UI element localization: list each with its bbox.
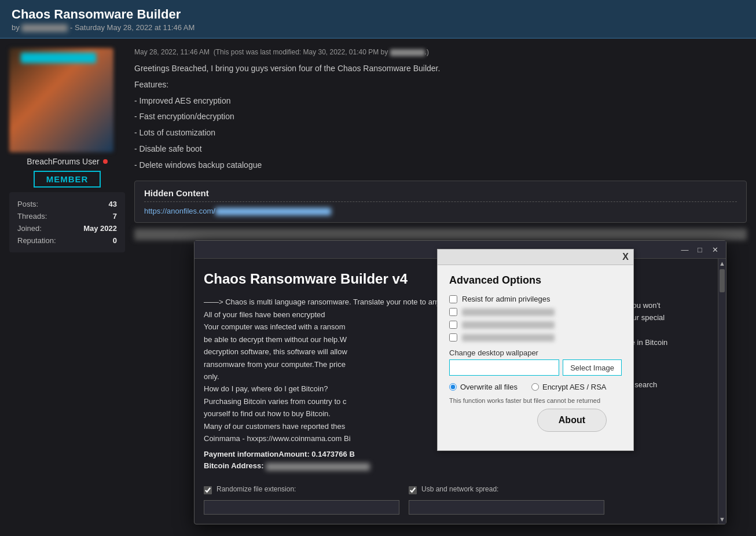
- adv-option2-checkbox[interactable]: [449, 308, 457, 316]
- posts-value: 43: [109, 200, 117, 208]
- radio-overwrite: Overwrite all files: [449, 383, 518, 391]
- header-subtitle: by - Saturday May 28, 2022 at 11:46 AM: [12, 23, 744, 32]
- main-content: BreachForums User MEMBER Posts: 43 Threa…: [0, 39, 756, 252]
- greeting-line: Greetings Breached, I bring you guys ver…: [134, 62, 747, 76]
- randomize-input[interactable]: encrypted: [204, 500, 399, 515]
- wallpaper-row: Select Image: [449, 359, 622, 376]
- features-label: Features:: [134, 78, 747, 92]
- avatar-overlay: [21, 53, 96, 63]
- stat-posts: Posts: 43: [17, 198, 117, 210]
- randomize-group: Randomize file extension: encrypted: [204, 480, 399, 515]
- bitcoin-address-label: Bitcoin Address:: [204, 461, 264, 470]
- page-title: Chaos Ransomware Builder: [12, 7, 744, 22]
- wallpaper-section: Change desktop wallpaper Select Image: [449, 348, 622, 376]
- feature-3: - Lots of customization: [134, 126, 747, 140]
- scrollbar-thumb[interactable]: [720, 269, 725, 292]
- adv-option1-label: Resist for admin privileges: [462, 295, 550, 303]
- hidden-link[interactable]: https://anonfiles.com/: [144, 207, 737, 215]
- reputation-value: 0: [113, 236, 117, 245]
- adv-option4-checkbox[interactable]: [449, 333, 457, 342]
- joined-label: Joined:: [17, 224, 42, 233]
- wallpaper-input[interactable]: [449, 359, 559, 376]
- adv-option1-row: Resist for admin privileges: [449, 295, 622, 303]
- post-modified-label: (This post was last modified: May 30, 20…: [214, 48, 388, 56]
- post-date: - Saturday May 28, 2022 at 11:46 AM: [70, 23, 194, 32]
- adv-option4-row: [449, 333, 622, 342]
- user-sidebar: BreachForums User MEMBER Posts: 43 Threa…: [9, 48, 125, 252]
- header: Chaos Ransomware Builder by - Saturday M…: [0, 0, 756, 39]
- adv-option1-checkbox[interactable]: [449, 295, 457, 303]
- threads-label: Threads:: [17, 212, 47, 221]
- wallpaper-label: Change desktop wallpaper: [449, 348, 622, 357]
- usb-input[interactable]: surprise: [409, 500, 604, 515]
- online-indicator: [103, 159, 108, 164]
- advanced-options-body: Advanced Options Resist for admin privil…: [438, 265, 633, 413]
- reputation-label: Reputation:: [17, 236, 56, 245]
- censored-content-bar: [134, 229, 747, 240]
- post-meta: May 28, 2022, 11:46 AM (This post was la…: [134, 48, 747, 56]
- stat-threads: Threads: 7: [17, 210, 117, 222]
- advanced-options-title: Advanced Options: [449, 274, 622, 287]
- select-image-button[interactable]: Select Image: [563, 359, 622, 376]
- joined-value: May 2022: [83, 224, 117, 233]
- adv-option3-label-blur: [462, 321, 555, 329]
- bitcoin-address-row: Bitcoin Address:: [204, 460, 604, 472]
- close-button[interactable]: ✕: [710, 244, 720, 255]
- adv-option2-label-blur: [462, 309, 555, 316]
- advanced-options-panel: X Advanced Options Resist for admin priv…: [437, 249, 634, 451]
- advanced-options-titlebar: X: [438, 249, 633, 265]
- payment-info: Payment informationAmount: 0.1473766 B B…: [204, 449, 604, 473]
- post-body: Greetings Breached, I bring you guys ver…: [134, 62, 747, 172]
- adv-option3-row: [449, 321, 622, 329]
- usb-checkbox-row: Usb and network spread:: [409, 484, 604, 497]
- stat-reputation: Reputation: 0: [17, 234, 117, 247]
- link-blur: [215, 208, 331, 215]
- member-badge: MEMBER: [34, 171, 101, 188]
- hidden-content-title: Hidden Content: [144, 188, 737, 202]
- usb-label: Usb and network spread:: [421, 484, 498, 495]
- stat-joined: Joined: May 2022: [17, 222, 117, 234]
- randomize-label: Randomize file extension:: [216, 484, 296, 495]
- usb-checkbox[interactable]: [409, 486, 417, 494]
- adv-option3-checkbox[interactable]: [449, 321, 457, 329]
- encrypt-label: Encrypt AES / RSA: [542, 383, 607, 391]
- author-blur: [21, 24, 68, 32]
- window-scrollbar[interactable]: ▲ ▼: [718, 259, 726, 524]
- posts-label: Posts:: [17, 200, 38, 208]
- randomize-checkbox[interactable]: [204, 486, 212, 494]
- adv-option2-row: [449, 308, 622, 316]
- post-timestamp: May 28, 2022, 11:46 AM: [134, 48, 210, 56]
- feature-4: - Disable safe boot: [134, 142, 747, 156]
- randomize-checkbox-row: Randomize file extension:: [204, 484, 399, 497]
- scroll-down-arrow[interactable]: ▼: [718, 516, 726, 524]
- by-label: by: [12, 23, 20, 32]
- adv-footer-text: This function works faster but files can…: [449, 397, 622, 404]
- encrypt-radio[interactable]: [531, 383, 539, 391]
- threads-value: 7: [113, 212, 117, 221]
- adv-radio-row: Overwrite all files Encrypt AES / RSA: [449, 383, 622, 391]
- post-content: May 28, 2022, 11:46 AM (This post was la…: [134, 48, 747, 252]
- scroll-up-arrow[interactable]: ▲: [718, 259, 726, 267]
- bitcoin-address-blur: [266, 463, 370, 471]
- hidden-content-box: Hidden Content https://anonfiles.com/: [134, 181, 747, 223]
- feature-1: - Improved AES encryption: [134, 94, 747, 108]
- usb-spread-group: Usb and network spread: surprise: [409, 480, 604, 515]
- feature-2: - Fast encryption/decryption: [134, 110, 747, 124]
- maximize-button[interactable]: □: [695, 244, 705, 255]
- radio-encrypt: Encrypt AES / RSA: [531, 383, 607, 391]
- feature-5: - Delete windows backup catalogue: [134, 159, 747, 172]
- adv-option4-label-blur: [462, 334, 555, 342]
- link-prefix: https://anonfiles.com/: [144, 207, 215, 215]
- username: BreachForums User: [9, 157, 125, 166]
- overwrite-label: Overwrite all files: [460, 383, 518, 391]
- modifier-name-blur: [390, 49, 425, 56]
- user-stats: Posts: 43 Threads: 7 Joined: May 2022 Re…: [9, 192, 125, 252]
- minimize-button[interactable]: —: [680, 244, 690, 255]
- input-field-group: Randomize file extension: encrypted Usb …: [204, 480, 604, 515]
- avatar: [9, 48, 113, 152]
- advanced-options-close-button[interactable]: X: [622, 252, 629, 262]
- overwrite-radio[interactable]: [449, 383, 457, 391]
- about-button[interactable]: About: [537, 409, 607, 432]
